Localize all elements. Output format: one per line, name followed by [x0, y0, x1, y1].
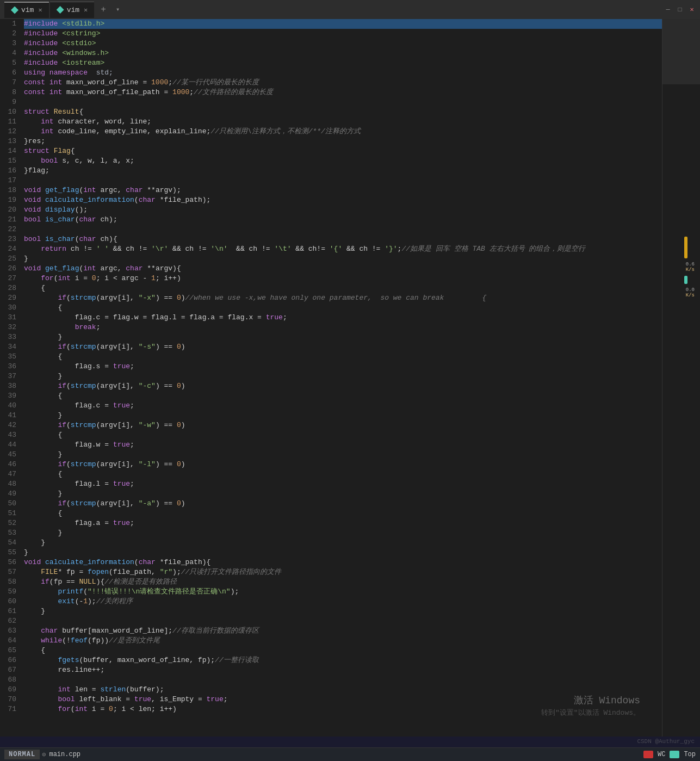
line-number-68: 68 [4, 675, 16, 685]
minimize-button[interactable]: — [664, 6, 672, 14]
line-numbers: 1234567891011121314151617181920212223242… [0, 19, 21, 737]
code-line-35: { [24, 352, 662, 362]
line-number-39: 39 [4, 391, 16, 401]
line-number-31: 31 [4, 313, 16, 323]
code-line-38: if(strcmp(argv[i], "-c") == 0) [24, 381, 662, 391]
code-line-4: #include <windows.h> [24, 48, 662, 58]
line-number-15: 15 [4, 156, 16, 166]
line-number-2: 2 [4, 29, 16, 39]
line-number-33: 33 [4, 332, 16, 342]
line-number-45: 45 [4, 450, 16, 460]
line-number-32: 32 [4, 323, 16, 332]
new-tab-button[interactable]: + [95, 2, 111, 18]
code-line-63: char buffer[maxn_word_of_line];//存取当前行数据… [24, 626, 662, 636]
line-number-40: 40 [4, 401, 16, 411]
line-number-23: 23 [4, 234, 16, 244]
code-line-11: int character, word, line; [24, 117, 662, 127]
green-bar-indicator [684, 276, 687, 284]
line-number-10: 10 [4, 107, 16, 117]
code-line-8: const int maxn_word_of_file_path = 1000;… [24, 88, 662, 97]
code-line-66: fgets(buffer, maxn_word_of_line, fp);//一… [24, 655, 662, 665]
tab1-close[interactable]: ✕ [38, 6, 42, 14]
code-line-64: while(!feof(fp))//是否到文件尾 [24, 636, 662, 646]
tab-vim-1[interactable]: vim ✕ [4, 2, 49, 18]
code-line-51: { [24, 509, 662, 518]
line-number-63: 63 [4, 626, 16, 636]
line-number-46: 46 [4, 460, 16, 469]
code-line-17 [24, 176, 662, 185]
line-number-19: 19 [4, 195, 16, 205]
line-number-53: 53 [4, 528, 16, 538]
code-line-31: flag.c = flag.w = flag.l = flag.a = flag… [24, 313, 662, 323]
code-line-39: { [24, 391, 662, 401]
tab-vim-2[interactable]: vim ✕ [50, 2, 95, 18]
code-line-71: for(int i = 0; i < len; i++) [24, 704, 662, 714]
code-line-24: return ch != ' ' && ch != '\r' && ch != … [24, 244, 662, 254]
code-line-33: } [24, 332, 662, 342]
line-number-65: 65 [4, 646, 16, 655]
line-number-28: 28 [4, 283, 16, 293]
tab-dropdown[interactable]: ▾ [111, 2, 124, 17]
line-number-20: 20 [4, 205, 16, 215]
code-line-18: void get_flag(int argc, char **argv); [24, 185, 662, 195]
titlebar: vim ✕ vim ✕ + ▾ — □ ✕ [0, 0, 700, 19]
minimap-highlight [662, 19, 700, 84]
code-line-5: #include <iostream> [24, 58, 662, 68]
code-line-61: } [24, 607, 662, 616]
line-number-25: 25 [4, 254, 16, 264]
line-number-9: 9 [4, 97, 16, 107]
line-number-64: 64 [4, 636, 16, 646]
line-number-36: 36 [4, 362, 16, 372]
tab2-label: vim [67, 6, 79, 14]
line-number-29: 29 [4, 293, 16, 303]
code-line-15: bool s, c, w, l, a, x; [24, 156, 662, 166]
code-line-25: } [24, 254, 662, 264]
line-number-21: 21 [4, 215, 16, 225]
code-line-22 [24, 225, 662, 234]
code-line-65: { [24, 646, 662, 655]
code-line-37: } [24, 372, 662, 381]
editor-area: 1234567891011121314151617181920212223242… [0, 19, 700, 737]
vim-icon-2 [57, 6, 64, 14]
line-number-22: 22 [4, 225, 16, 234]
vim-icon-1 [11, 7, 18, 14]
line-number-69: 69 [4, 685, 16, 695]
line-number-43: 43 [4, 430, 16, 440]
code-line-56: void calculate_information(char *file_pa… [24, 558, 662, 567]
line-number-57: 57 [4, 567, 16, 577]
code-line-34: if(strcmp(argv[i], "-s") == 0) [24, 342, 662, 352]
line-number-38: 38 [4, 381, 16, 391]
code-line-10: struct Result{ [24, 107, 662, 117]
code-line-13: }res; [24, 137, 662, 146]
close-button[interactable]: ✕ [688, 6, 696, 14]
code-line-44: flag.w = true; [24, 440, 662, 450]
line-number-4: 4 [4, 48, 16, 58]
line-number-11: 11 [4, 117, 16, 127]
code-line-53: } [24, 528, 662, 538]
statusbar: NORMAL ⊙ main.cpp WC Top [0, 747, 700, 761]
code-line-67: res.line++; [24, 665, 662, 675]
line-number-48: 48 [4, 479, 16, 489]
maximize-button[interactable]: □ [676, 6, 684, 14]
line-number-42: 42 [4, 420, 16, 430]
code-line-60: exit(-1);//关闭程序 [24, 597, 662, 607]
line-number-14: 14 [4, 146, 16, 156]
code-line-52: flag.a = true; [24, 518, 662, 528]
orange-bar-indicator [684, 237, 687, 258]
line-number-17: 17 [4, 176, 16, 185]
line-number-37: 37 [4, 372, 16, 381]
statusbar-right: WC Top [643, 751, 696, 758]
code-content[interactable]: #include <stdlib.h>#include <cstring>#in… [21, 19, 662, 737]
code-line-58: if(fp == NULL){//检测是否是有效路径 [24, 577, 662, 587]
minimap[interactable]: 0.6K/s 0.0K/s [662, 19, 700, 737]
line-number-70: 70 [4, 695, 16, 704]
line-number-59: 59 [4, 587, 16, 597]
line-number-16: 16 [4, 166, 16, 176]
csdn-label: CSDN @Authur_gyc [637, 738, 695, 745]
line-number-58: 58 [4, 577, 16, 587]
code-line-26: void get_flag(int argc, char **argv){ [24, 264, 662, 274]
line-number-49: 49 [4, 489, 16, 499]
code-line-19: void calculate_information(char *file_pa… [24, 195, 662, 205]
tab2-close[interactable]: ✕ [84, 6, 88, 14]
code-line-14: struct Flag{ [24, 146, 662, 156]
